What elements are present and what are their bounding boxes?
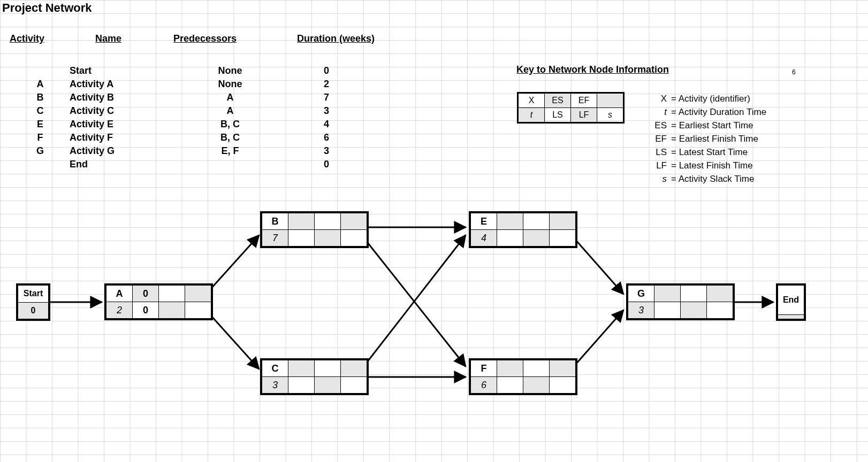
table-row: CActivity CA3	[11, 104, 364, 118]
node-b: B 7	[260, 211, 369, 248]
column-header-activity: Activity	[10, 33, 44, 44]
table-row: AActivity ANone2	[11, 78, 364, 91]
page-title: Project Network	[2, 1, 92, 15]
table-row: End0	[11, 158, 364, 171]
key-title: Key to Network Node Information	[516, 64, 669, 75]
key-legend: X= Activity (identifier) t= Activity Dur…	[649, 92, 768, 186]
node-start: Start0	[16, 283, 50, 321]
table-row: BActivity BA7	[11, 91, 364, 104]
node-end: End	[776, 283, 806, 321]
column-header-name: Name	[95, 33, 121, 44]
node-g: G 3	[626, 283, 735, 320]
node-f: F 6	[469, 358, 577, 395]
table-row: EActivity EB, C4	[11, 118, 364, 131]
node-c: C 3	[260, 358, 369, 395]
table-row: StartNone0	[11, 64, 364, 78]
project-network-diagram: Project Network Activity Name Predecesso…	[0, 0, 868, 462]
node-e: E 4	[469, 211, 577, 248]
table-row: FActivity FB, C6	[11, 131, 364, 144]
column-header-predecessors: Predecessors	[173, 33, 237, 44]
page-number: 6	[792, 68, 796, 76]
node-a: A0 20	[104, 283, 213, 320]
table-row: GActivity GE, F3	[11, 144, 364, 158]
column-header-duration: Duration (weeks)	[297, 33, 375, 44]
activity-table: StartNone0 AActivity ANone2 BActivity BA…	[11, 64, 364, 171]
key-node-diagram: X ES EF t LS LF s	[517, 92, 625, 124]
